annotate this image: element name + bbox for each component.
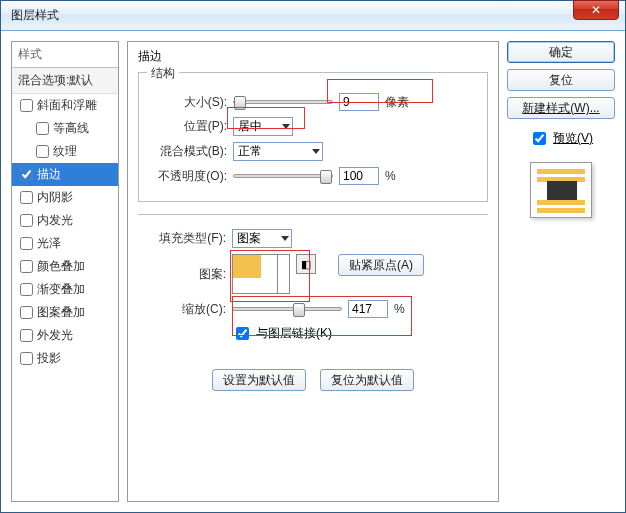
style-item-bevel[interactable]: 斜面和浮雕 xyxy=(12,94,118,117)
style-item-dropShadow[interactable]: 投影 xyxy=(12,347,118,370)
scale-label: 缩放(C): xyxy=(148,301,226,318)
size-input[interactable] xyxy=(339,93,379,111)
style-item-contour[interactable]: 等高线 xyxy=(12,117,118,140)
pattern-dropdown[interactable] xyxy=(277,255,289,293)
position-row: 位置(P): 居中 xyxy=(149,117,477,136)
position-label: 位置(P): xyxy=(149,118,227,135)
snap-origin-button[interactable]: 贴紧原点(A) xyxy=(338,254,424,276)
fill-group: 填充类型(F): 图案 图案: ◧ 贴紧原点(A) xyxy=(138,214,488,359)
style-checkbox[interactable] xyxy=(20,99,33,112)
cancel-button[interactable]: 复位 xyxy=(507,69,615,91)
ok-button[interactable]: 确定 xyxy=(507,41,615,63)
opacity-slider[interactable] xyxy=(233,174,333,178)
filltype-label: 填充类型(F): xyxy=(148,230,226,247)
structure-legend: 结构 xyxy=(147,65,179,82)
scale-row: 缩放(C): % xyxy=(148,300,478,318)
filltype-combo[interactable]: 图案 xyxy=(232,229,292,248)
size-unit: 像素 xyxy=(385,94,409,111)
link-row: 与图层链接(K) xyxy=(148,324,478,343)
stroke-settings-panel: 描边 结构 大小(S): 像素 位置(P): 居中 xyxy=(127,41,499,502)
style-item-outerGlow[interactable]: 外发光 xyxy=(12,324,118,347)
new-pattern-icon-button[interactable]: ◧ xyxy=(296,254,316,274)
position-combo[interactable]: 居中 xyxy=(233,117,293,136)
size-row: 大小(S): 像素 xyxy=(149,93,477,111)
style-item-innerShadow[interactable]: 内阴影 xyxy=(12,186,118,209)
style-item-colorOverlay[interactable]: 颜色叠加 xyxy=(12,255,118,278)
style-label: 纹理 xyxy=(53,143,77,160)
style-checkbox[interactable] xyxy=(20,352,33,365)
style-item-innerGlow[interactable]: 内发光 xyxy=(12,209,118,232)
layer-style-dialog: 图层样式 ✕ 样式 混合选项:默认 斜面和浮雕等高线纹理描边内阴影内发光光泽颜色… xyxy=(0,0,626,513)
titlebar[interactable]: 图层样式 ✕ xyxy=(1,1,625,31)
style-checkbox[interactable] xyxy=(20,214,33,227)
style-label: 图案叠加 xyxy=(37,304,85,321)
blendmode-combo[interactable]: 正常 xyxy=(233,142,323,161)
link-with-layer-checkbox[interactable]: 与图层链接(K) xyxy=(232,324,332,343)
new-style-button[interactable]: 新建样式(W)... xyxy=(507,97,615,119)
chevron-down-icon xyxy=(281,236,289,241)
scale-input[interactable] xyxy=(348,300,388,318)
blendmode-row: 混合模式(B): 正常 xyxy=(149,142,477,161)
style-checkbox[interactable] xyxy=(20,237,33,250)
blendmode-value: 正常 xyxy=(238,143,262,160)
defaults-row: 设置为默认值 复位为默认值 xyxy=(138,369,488,391)
make-default-button[interactable]: 设置为默认值 xyxy=(212,369,306,391)
style-item-stroke[interactable]: 描边 xyxy=(12,163,118,186)
style-checkbox[interactable] xyxy=(20,283,33,296)
style-checkbox[interactable] xyxy=(36,145,49,158)
scale-unit: % xyxy=(394,302,405,316)
styles-header: 样式 xyxy=(12,42,118,68)
style-label: 颜色叠加 xyxy=(37,258,85,275)
link-label: 与图层链接(K) xyxy=(256,325,332,342)
style-label: 光泽 xyxy=(37,235,61,252)
style-label: 斜面和浮雕 xyxy=(37,97,97,114)
blending-options-item[interactable]: 混合选项:默认 xyxy=(12,68,118,94)
style-checkbox[interactable] xyxy=(20,191,33,204)
opacity-label: 不透明度(O): xyxy=(149,168,227,185)
size-label: 大小(S): xyxy=(149,94,227,111)
style-checkbox[interactable] xyxy=(20,306,33,319)
opacity-row: 不透明度(O): % xyxy=(149,167,477,185)
styles-list-panel: 样式 混合选项:默认 斜面和浮雕等高线纹理描边内阴影内发光光泽颜色叠加渐变叠加图… xyxy=(11,41,119,502)
slider-thumb[interactable] xyxy=(234,96,246,110)
link-checkbox-input[interactable] xyxy=(236,327,249,340)
preview-checkbox-input[interactable] xyxy=(533,132,546,145)
slider-thumb[interactable] xyxy=(293,303,305,317)
filltype-row: 填充类型(F): 图案 xyxy=(148,229,478,248)
close-button[interactable]: ✕ xyxy=(573,0,619,20)
scale-slider[interactable] xyxy=(232,307,342,311)
pattern-picker[interactable] xyxy=(232,254,290,294)
style-item-satin[interactable]: 光泽 xyxy=(12,232,118,255)
opacity-unit: % xyxy=(385,169,396,183)
style-item-patOverlay[interactable]: 图案叠加 xyxy=(12,301,118,324)
preview-thumbnail xyxy=(530,162,592,218)
slider-thumb[interactable] xyxy=(320,170,332,184)
style-label: 外发光 xyxy=(37,327,73,344)
style-label: 投影 xyxy=(37,350,61,367)
style-checkbox[interactable] xyxy=(36,122,49,135)
pattern-label: 图案: xyxy=(148,254,226,283)
style-label: 渐变叠加 xyxy=(37,281,85,298)
filltype-value: 图案 xyxy=(237,230,261,247)
pattern-preview xyxy=(233,255,261,278)
style-checkbox[interactable] xyxy=(20,329,33,342)
opacity-input[interactable] xyxy=(339,167,379,185)
style-item-gradOverlay[interactable]: 渐变叠加 xyxy=(12,278,118,301)
panel-title: 描边 xyxy=(138,48,162,65)
style-checkbox[interactable] xyxy=(20,260,33,273)
style-label: 内发光 xyxy=(37,212,73,229)
structure-group: 结构 大小(S): 像素 位置(P): 居中 混合模式(B): xyxy=(138,72,488,202)
style-item-texture[interactable]: 纹理 xyxy=(12,140,118,163)
preview-checkbox[interactable]: 预览(V) xyxy=(507,129,615,148)
window-title: 图层样式 xyxy=(11,7,59,24)
position-value: 居中 xyxy=(238,118,262,135)
style-label: 内阴影 xyxy=(37,189,73,206)
pattern-row: 图案: ◧ 贴紧原点(A) xyxy=(148,254,478,294)
style-checkbox[interactable] xyxy=(20,168,33,181)
chevron-down-icon xyxy=(312,149,320,154)
size-slider[interactable] xyxy=(233,100,333,104)
style-label: 描边 xyxy=(37,166,61,183)
dialog-body: 样式 混合选项:默认 斜面和浮雕等高线纹理描边内阴影内发光光泽颜色叠加渐变叠加图… xyxy=(1,31,625,512)
reset-default-button[interactable]: 复位为默认值 xyxy=(320,369,414,391)
style-label: 等高线 xyxy=(53,120,89,137)
